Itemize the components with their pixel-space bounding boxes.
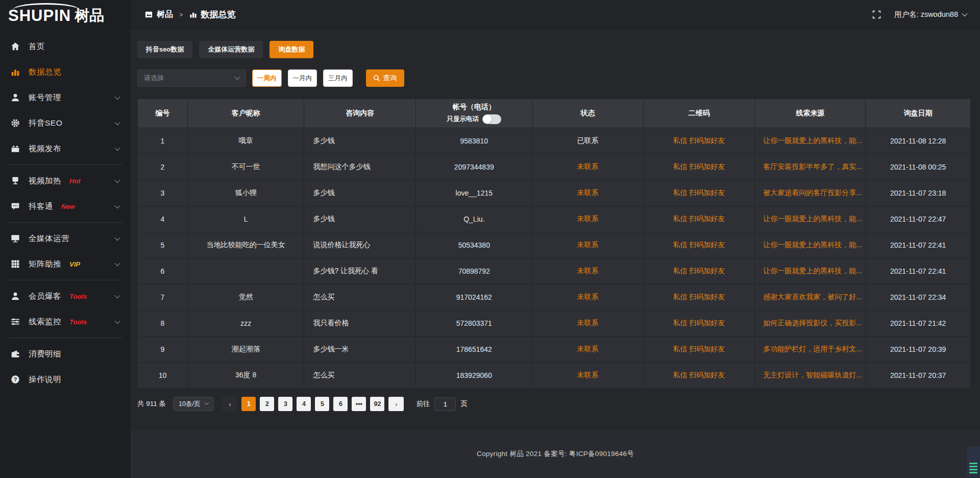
page-button[interactable]: 5: [315, 397, 329, 411]
cell-nickname: 36度 8: [187, 363, 304, 389]
page-button[interactable]: 4: [297, 397, 311, 411]
cell-content: 怎么买: [304, 284, 416, 310]
sidebar-item-omnimedia[interactable]: 全媒体运营: [0, 226, 131, 251]
cell-status: 未联系: [532, 363, 643, 389]
svg-text:?: ?: [14, 376, 17, 383]
vip-badge: VIP: [69, 260, 80, 268]
table-row: 7觉然怎么买917024162未联系私信 扫码加好友感谢大家喜欢我家，被问了好.…: [138, 284, 971, 310]
cell-source-link[interactable]: 让你一眼就爱上的黑科技，能...: [755, 128, 866, 154]
col-header-qr: 二维码: [643, 99, 755, 128]
cell-date: 2021-11-07 22:34: [866, 284, 971, 310]
phone-only-label: 只显示电话: [447, 115, 479, 124]
cell-account: 178651642: [416, 337, 532, 363]
page-button[interactable]: 92: [370, 397, 384, 411]
cell-content: 怎么买: [304, 363, 416, 389]
cell-qr-links[interactable]: 私信 扫码加好友: [643, 337, 755, 363]
cell-id: 5: [138, 232, 188, 258]
cell-nickname: 觉然: [187, 284, 304, 310]
cell-qr-links[interactable]: 私信 扫码加好友: [643, 284, 755, 310]
filter-select[interactable]: 请选择: [137, 69, 246, 87]
table-row: 8zzz我只看价格572803371未联系私信 扫码加好友如何正确选择投影仪，买…: [138, 310, 971, 337]
cell-source-link[interactable]: 让你一眼就爱上的黑科技，能...: [755, 232, 866, 258]
cell-source-link[interactable]: 如何正确选择投影仪，买投影...: [755, 310, 866, 337]
cell-content: 说说价格让我死心: [304, 232, 416, 258]
breadcrumb-root[interactable]: 树品: [157, 9, 173, 20]
sidebar-item-instructions[interactable]: ? 操作说明: [0, 367, 131, 392]
fullscreen-icon[interactable]: [872, 10, 881, 19]
table-row: 1036度 8怎么买183929060未联系私信 扫码加好友无主灯设计，智能磁吸…: [138, 363, 971, 389]
sidebar-item-consumption-details[interactable]: 消费明细: [0, 341, 131, 367]
page-ellipsis-button[interactable]: •••: [352, 397, 366, 411]
cell-qr-links[interactable]: 私信 扫码加好友: [643, 206, 755, 232]
cell-qr-links[interactable]: 私信 扫码加好友: [643, 232, 755, 258]
cell-qr-links[interactable]: 私信 扫码加好友: [643, 128, 755, 154]
range-week-button[interactable]: 一周内: [252, 69, 282, 87]
search-icon: [373, 75, 380, 82]
cell-id: 3: [138, 180, 188, 206]
cell-source-link[interactable]: 被大家追着问的客厅投影分享...: [755, 180, 866, 206]
goto-unit: 页: [460, 399, 468, 409]
cell-nickname: [187, 258, 304, 284]
cell-source-link[interactable]: 感谢大家喜欢我家，被问了好...: [755, 284, 866, 310]
page-button[interactable]: 3: [278, 397, 292, 411]
tab-douyin-seo-data[interactable]: 抖音seo数据: [137, 41, 192, 58]
sidebar-item-lead-monitor[interactable]: 线索监控 Tools: [0, 309, 131, 334]
cell-status: 未联系: [532, 310, 643, 337]
chevron-down-icon: [114, 318, 120, 324]
floating-widget[interactable]: [967, 446, 980, 477]
gear-icon: [10, 118, 20, 128]
cell-account: 50534380: [416, 232, 532, 258]
tab-omnimedia-data[interactable]: 全媒体运营数据: [199, 41, 263, 58]
sidebar-item-video-heat[interactable]: 视频加热 Hot: [0, 168, 131, 194]
page-size-select[interactable]: 10条/页: [173, 397, 214, 411]
cell-source-link[interactable]: 无主灯设计，智能磁吸轨道灯...: [755, 363, 866, 389]
sidebar-item-video-publish[interactable]: 视频发布: [0, 136, 131, 161]
tools-badge: Tools: [69, 293, 87, 300]
chevron-down-icon: [114, 94, 120, 100]
sidebar-item-douyin-seo[interactable]: 抖音SEO: [0, 110, 131, 136]
chevron-down-icon: [114, 119, 120, 125]
data-tabs: 抖音seo数据 全媒体运营数据 询盘数据: [137, 41, 971, 58]
sidebar-item-home[interactable]: 首页: [0, 34, 131, 59]
cell-qr-links[interactable]: 私信 扫码加好友: [643, 154, 755, 180]
cell-source-link[interactable]: 让你一眼就爱上的黑科技，能...: [755, 206, 866, 232]
cell-account: 183929060: [416, 363, 532, 389]
user-menu[interactable]: 用户名: zswodun88: [894, 10, 967, 19]
range-quarter-button[interactable]: 三月内: [323, 69, 353, 87]
topbar: 树品 > 数据总览 用户名: zswodun88: [131, 0, 980, 29]
page-button[interactable]: 6: [333, 397, 348, 411]
chevron-down-icon: [114, 260, 120, 266]
range-month-button[interactable]: 一月内: [288, 69, 317, 87]
filter-bar: 请选择 一周内 一月内 三月内 查询: [137, 69, 971, 87]
cell-status: 未联系: [532, 284, 643, 310]
cell-qr-links[interactable]: 私信 扫码加好友: [643, 310, 755, 337]
phone-only-toggle[interactable]: [482, 114, 501, 124]
prev-page-button[interactable]: ‹: [222, 397, 237, 411]
logo-arc: [12, 3, 80, 10]
table-row: 3狐小狸多少钱love__1215未联系私信 扫码加好友被大家追着问的客厅投影分…: [138, 180, 971, 206]
sidebar: SHUPIN 树品 首页 数据总览 账号管理 抖音SEO: [0, 0, 131, 478]
page-button[interactable]: 1: [241, 397, 256, 411]
cell-qr-links[interactable]: 私信 扫码加好友: [643, 180, 755, 206]
cell-id: 7: [138, 284, 188, 310]
page-size-value: 10条/页: [179, 400, 200, 409]
next-page-button[interactable]: ›: [388, 397, 404, 411]
cell-qr-links[interactable]: 私信 扫码加好友: [643, 363, 755, 389]
cell-qr-links[interactable]: 私信 扫码加好友: [643, 258, 755, 284]
cell-account: love__1215: [416, 180, 532, 206]
sidebar-item-matrix-boost[interactable]: 矩阵助推 VIP: [0, 251, 131, 277]
sidebar-item-douketong[interactable]: 抖客通 New: [0, 194, 131, 219]
breadcrumb: 树品 > 数据总览: [145, 9, 236, 20]
sidebar-item-account-management[interactable]: 账号管理: [0, 85, 131, 110]
sidebar-item-member-baoke[interactable]: 会员爆客 Tools: [0, 283, 131, 309]
goto-page-input[interactable]: [434, 397, 456, 411]
cell-account: 2097344839: [416, 154, 532, 180]
search-button[interactable]: 查询: [366, 69, 404, 87]
cell-source-link[interactable]: 多功能护栏灯，适用于乡村文...: [755, 337, 866, 363]
cell-source-link[interactable]: 让你一眼就爱上的黑科技，能...: [755, 258, 866, 284]
cell-content: 多少钱: [304, 180, 416, 206]
sidebar-item-data-overview[interactable]: 数据总览: [0, 59, 131, 85]
tab-inquiry-data[interactable]: 询盘数据: [270, 41, 313, 58]
cell-source-link[interactable]: 客厅安装投影半年多了，真实...: [755, 154, 866, 180]
page-button[interactable]: 2: [260, 397, 274, 411]
